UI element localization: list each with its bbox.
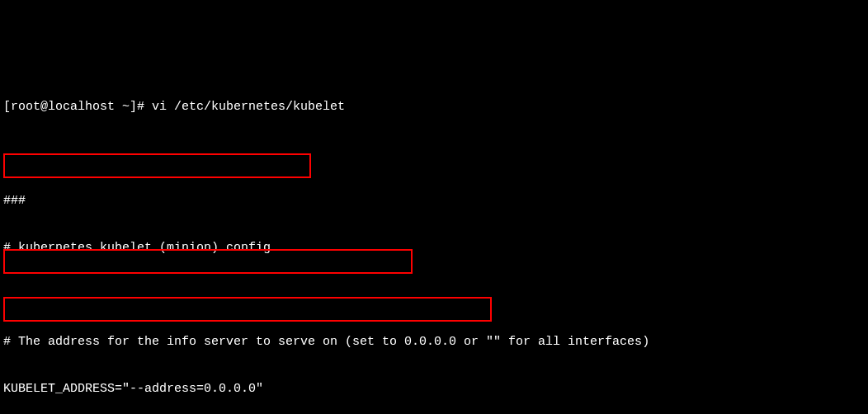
comment-line: # The address for the info server to ser… xyxy=(3,334,865,350)
config-line: ### xyxy=(3,193,865,209)
terminal-editor[interactable]: [root@localhost ~]# vi /etc/kubernetes/k… xyxy=(3,68,865,414)
config-line: # kubernetes kubelet (minion) config xyxy=(3,240,865,256)
prompt-line: [root@localhost ~]# vi /etc/kubernetes/k… xyxy=(3,99,865,115)
blank-line xyxy=(3,287,865,303)
blank-line xyxy=(3,146,865,162)
config-line: KUBELET_ADDRESS="--address=0.0.0.0" xyxy=(3,381,865,397)
